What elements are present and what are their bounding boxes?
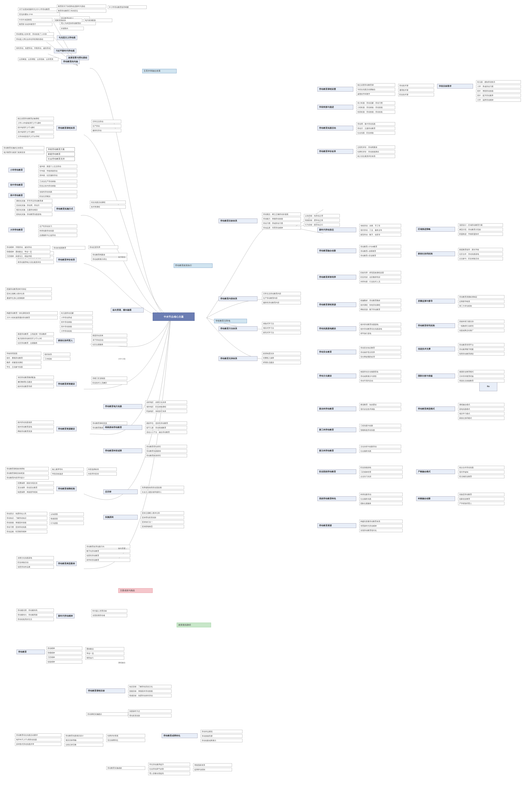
sub-mid-8: 初中劳动体验 [60, 320, 93, 324]
sub-r2-1: 日常生活劳动教育内容 [262, 292, 301, 295]
sub-low2-1: 残疾学生：适应性劳动教育 [145, 422, 187, 425]
sub-fr1-far-1: 劳动技术课 [398, 84, 434, 88]
sub-rl1-1: 统编教材：劳动教育教材 [359, 299, 401, 302]
sub-br1-1: 耕读教育：知农爱农 [359, 403, 401, 406]
sub-bl1-1: 劳动精神 [46, 646, 82, 650]
sub-ml-low4: 跨学科劳动教育 [85, 558, 130, 562]
sub-l6-2: 兼职教师队伍建设 [17, 380, 54, 384]
sub-fr-final-1: 构建高质量劳动教育体系 [359, 520, 403, 523]
sub-frl2-3: 实践成果总结推广 [458, 329, 505, 332]
sub-det-3: 工匠精神：执着专注、精益求精 [5, 254, 50, 258]
branch-bottom-cl: 劳动教育课程目标 [86, 689, 125, 693]
sub-frl2-1: 高校科研力量支持 [458, 320, 505, 323]
sub-det-1: 劳动精神：辛勤劳动、诚实劳动 [5, 246, 50, 249]
sub-rbcfr1-2: 现代学徒制 [458, 470, 505, 474]
sub-cl1-1: 生产性劳动实习 [38, 225, 77, 228]
sub-l3-3: 项目化实施：主题劳动项目 [15, 208, 52, 212]
branch-r4: 劳动教育支持体系 [218, 356, 258, 361]
sub-fr4-1: 过程性评价：劳动档案袋 [356, 146, 395, 149]
sub-r4-1: 政策制度支持 [262, 352, 301, 355]
sub-low1-1: 农村地区：农耕文化传承 [145, 401, 187, 404]
sub-rbbfr1-1: 实验室劳动教育 [458, 493, 505, 496]
sub-vfr1-2: 小学：养成劳动习惯 [476, 85, 521, 88]
branch-frm1: 区域推进策略 [416, 227, 455, 232]
sub-mid-10: 大学劳动创造 [60, 329, 93, 333]
sub-mid-3: 遵循学生身心发展规律 [5, 296, 52, 300]
branch-br-bottom: 劳动教育成果转化 [162, 733, 197, 738]
sub-mid-2: 坚持立德树人根本任务 [5, 292, 52, 295]
sub-l2-3: 初中每周不少于1课时 [17, 126, 54, 129]
sub-frll1-1: 劳动教育管理平台 [458, 343, 505, 347]
branch-final-r1: 劳动教育展望 [317, 523, 356, 528]
node-highlight-1: 五育并举融合发展 [142, 69, 177, 73]
sub-big-4: 劳动教育实践项目设计 [64, 734, 103, 737]
sub-rbfr1-3: 项目学习模式 [458, 412, 505, 416]
sub-r3-1: 体验式学习法 [262, 322, 301, 325]
sub-cl1-2: 科研创新劳动实践 [38, 229, 77, 233]
sub-br2-2: 智能制造劳动实践 [359, 428, 401, 432]
branch-br3: 新文科劳动教育 [317, 448, 356, 453]
sub-tl-8: 崇尚劳动、热爱劳动、辛勤劳动、诚实劳动 [15, 46, 51, 50]
node-pink-1: 主要成就与挑战 [118, 588, 153, 593]
node-green-1: 政策落实路径 [177, 623, 211, 627]
branch-rbb1: 高校劳动教育特色 [317, 496, 356, 501]
branch-l2: 劳动教育课程体系 [56, 126, 77, 131]
sub-bl1-7: 艰苦奋斗 [85, 656, 124, 660]
branch-rll2: 劳动文化建设 [317, 373, 356, 378]
sub-frll2-1: 德国职业教育模式 [458, 370, 505, 373]
sub-sc-4: 学生：主动参与实践 [5, 365, 41, 369]
sub-l7-3: 网络劳动教育资源 [17, 429, 54, 433]
sub-rll1-2: 劳动保护意识培养 [359, 350, 401, 354]
sub-bm-3: 理论联系实际 [128, 714, 172, 717]
sub-mid-4: 构建劳动教育一体化课程体系 [5, 311, 58, 315]
branch-rm1: 新时代劳动形态 [317, 228, 356, 232]
node-highlight-center-right: 学校教育主阵地 [214, 319, 247, 323]
sub-topmost-1: 教育部关于加强和改进新时代基础 [57, 4, 106, 8]
center-node: 中央节点/核心主题 [153, 312, 195, 321]
branch-fr4: 劳动教育评价改革 [317, 149, 353, 154]
sub-brb-1: 劳动作品展览 [201, 730, 243, 733]
sub-rbb1-2: 社会服务实践 [359, 497, 403, 501]
sub-rbb1-1: 科研创新劳动 [359, 493, 403, 496]
sub-br3-1: 文化传承与创新劳动 [359, 445, 401, 448]
node-ml-c: 社会劳动教育支持 [46, 157, 75, 161]
sub-ml-1: 劳动教育实施的主体责任 [2, 146, 44, 150]
sub-vfr1-1: 幼儿园：感知劳动快乐 [476, 80, 521, 84]
sub-fr2-1: 幼小衔接：劳动启蒙→劳动习惯 [356, 101, 395, 105]
branch-frl2: 劳动教育研究机制 [416, 323, 455, 328]
sub-l3-2: 活动化实施：劳动周、劳动月 [15, 204, 52, 207]
sub-vbr-1: 劳动教育实施成效 [106, 766, 145, 770]
branch-r1: 劳动教育目标体系 [218, 218, 258, 223]
connection-lines [0, 0, 532, 792]
sub-fr1-1: 独立设置劳动教育课 [356, 83, 395, 87]
sub-l2-6: 日常生活劳动 [91, 120, 121, 123]
sub-sc-6: 工作机制 [43, 357, 70, 361]
branch-tl-3: 习近平新时代劳动观 [54, 49, 76, 53]
sub-vfr1-5: 大学：涵养劳动精神 [476, 98, 521, 102]
sub-rbcfr1-1: 校企合作劳动实践 [458, 466, 505, 469]
sub-frll1-2: 劳动素养数字档案 [458, 348, 505, 351]
sub-ml2-3: 高年级：社区服务劳动 [38, 174, 77, 177]
sub-l6-1: 专职劳动教育教师配备 [17, 375, 54, 379]
sub-low1-2: 城市地区：职业体验课程 [145, 405, 187, 409]
branch-tl-2: 马克思主义劳动观 [57, 35, 77, 40]
sub-big-2: 每学年不少于1周劳动实践 [15, 738, 61, 741]
sub-bot1-4: 时代新人培育目标 [91, 609, 127, 613]
sub-big-5: 项目目标明确 [64, 738, 103, 742]
sub-s7: 情感层面 [50, 517, 84, 521]
sub-tg-2: 社会主义建设者和接班人 [141, 490, 184, 494]
branch-low2: 特殊群体劳动教育 [103, 425, 142, 430]
sub-vbr-3: 社会劳动风气改善 [148, 767, 190, 771]
sub-s1: 劳动意识：热爱劳动人民 [5, 512, 47, 516]
sub-bl1-2: 劳模精神 [46, 651, 82, 655]
sub-vbr-5: 考核指标体系 [193, 763, 232, 767]
sub-r4-2: 经费投入保障 [262, 356, 301, 360]
branch-l3: 劳动教育实施方式 [55, 207, 75, 211]
sub-frl1-2: 定期督导检查 [458, 300, 505, 303]
sub-rbfr1-2: 基地实践模式 [458, 407, 505, 411]
sub-mid-9: 高中劳动技能 [60, 325, 93, 328]
sub-frm1-1: 顶层设计：区域劳动教育方案 [458, 223, 503, 227]
sub-r1-far-1: 认知目标：知劳动之理 [304, 214, 340, 218]
mind-map: 中央节点/核心主题 政策背景与理论基础 关于全面加强新时代大中小学劳动教育 意见… [0, 0, 532, 792]
sub-r1-far-2: 情感目标：爱劳动之情 [304, 218, 340, 222]
